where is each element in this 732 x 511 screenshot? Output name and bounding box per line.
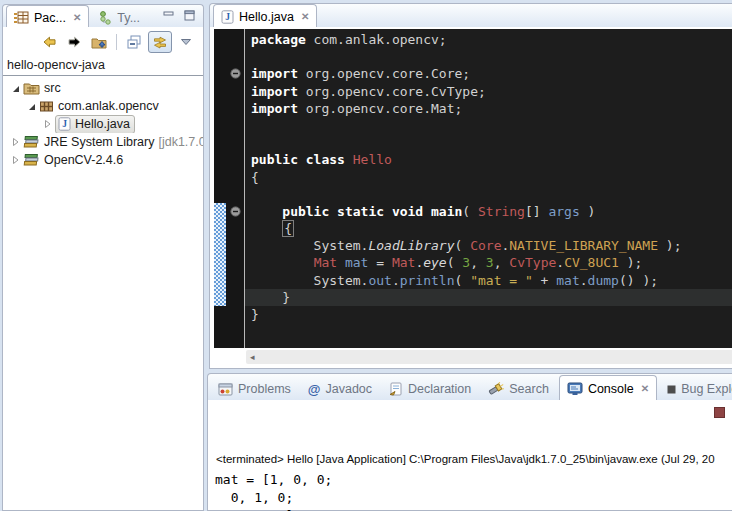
editor-horizontal-scrollbar[interactable]: ◂ [246, 350, 732, 364]
code-line-14: Mat mat = Mat.eye( 3, 3, CvType.CV_8UC1 … [251, 254, 732, 271]
tree-item-decoration: [jdk1.7.0 [158, 135, 203, 149]
back-button[interactable] [38, 32, 60, 52]
console-tab-bug-explorer[interactable]: Bug Explorer [660, 377, 732, 401]
tree-item-src[interactable]: src [3, 79, 203, 97]
code-line-3: import org.opencv.core.Core; [251, 65, 732, 82]
console-tab-console[interactable]: Console✕ [559, 375, 657, 401]
terminate-icon[interactable] [714, 407, 725, 418]
console-tab-label: Javadoc [325, 382, 372, 396]
code-segment: public class [251, 152, 353, 167]
tree-item-label: src [44, 81, 61, 95]
code-segment: , [494, 255, 510, 270]
link-editor-icon [151, 35, 169, 50]
code-segment: 3 [486, 255, 494, 270]
code-line-12: { [251, 220, 732, 237]
editor-left-ruler [214, 29, 244, 348]
code-segment: eye [423, 255, 446, 270]
code-editor[interactable]: package com.anlak.opencv; import org.ope… [214, 29, 732, 348]
collapse-all-button[interactable] [123, 32, 145, 52]
console-output: mat = [1, 0, 0; 0, 1, 0; 0, 0, 1] [215, 471, 732, 511]
code-segment: org.opencv.core.CvType; [298, 84, 486, 99]
code-segment: } [251, 290, 290, 305]
code-segment: ( [455, 238, 471, 253]
code-line-17: } [251, 306, 732, 323]
tree-item-jre-system-library[interactable]: JRE System Library [jdk1.7.0 [3, 133, 203, 151]
code-line-15: System.out.println( "mat = " + mat.dump(… [251, 272, 732, 289]
problems-icon [218, 383, 233, 396]
code-segment: mat [556, 273, 579, 288]
tab-close-icon[interactable]: ✕ [73, 12, 81, 23]
console-output-line: 0, 0, 1] [215, 507, 732, 511]
code-segment: Hello [353, 152, 392, 167]
tree-collapsed-arrow-icon[interactable] [43, 119, 52, 129]
console-tabbar: Problems@JavadocDeclarationSearchConsole… [207, 373, 732, 401]
console-process-title: <terminated> Hello [Java Application] C:… [216, 453, 732, 465]
forward-button[interactable] [63, 32, 85, 52]
code-segment: ) [580, 204, 596, 219]
svg-text:J: J [225, 12, 230, 22]
view-tab-ty[interactable]: Ty... [92, 7, 147, 29]
console-output-line: 0, 1, 0; [215, 489, 732, 507]
library-icon [23, 135, 40, 149]
code-segment: . [392, 273, 400, 288]
console-tab-problems[interactable]: Problems [211, 377, 298, 401]
editor-body: package com.anlak.opencv; import org.ope… [209, 27, 732, 369]
code-line-11: public static void main( String[] args ) [251, 203, 732, 220]
tab-close-icon[interactable]: ✕ [641, 383, 649, 394]
code-segment: package [251, 32, 306, 47]
code-segment: 3 [462, 255, 470, 270]
code-line-16: } [245, 289, 732, 306]
console-output-line: mat = [1, 0, 0; [215, 471, 732, 489]
code-segment: System. [251, 273, 368, 288]
tree-collapsed-arrow-icon[interactable] [11, 155, 20, 165]
tree-item-com-anlak-opencv[interactable]: com.anlak.opencv [3, 97, 203, 115]
console-tab-declaration[interactable]: Declaration [382, 377, 478, 401]
tree-collapsed-arrow-icon[interactable] [11, 137, 20, 147]
package-icon [39, 100, 54, 113]
maximize-icon[interactable] [184, 10, 195, 21]
fold-collapse-icon[interactable] [230, 206, 241, 217]
console-tab-label: Declaration [408, 382, 471, 396]
tree-item-selected: JHello.java [55, 115, 135, 133]
tree-item-opencv-2-4-6[interactable]: OpenCV-2.4.6 [3, 151, 203, 169]
console-tab-label: Search [509, 382, 549, 396]
scroll-left-icon[interactable]: ◂ [246, 352, 255, 362]
tree-item-label: OpenCV-2.4.6 [44, 153, 123, 167]
code-segment: String [478, 204, 525, 219]
code-segment: System. [251, 238, 368, 253]
tree-item-hello-java[interactable]: JHello.java [3, 115, 203, 133]
collapse-all-icon [126, 34, 143, 50]
view-tab-label: Pac... [34, 11, 66, 25]
tree-item-content: OpenCV-2.4.6 [23, 153, 123, 167]
code-segment: { [251, 170, 259, 185]
go-into-button[interactable] [88, 32, 110, 52]
tree-item-label: JRE System Library [44, 135, 154, 149]
minimize-icon[interactable] [163, 11, 174, 21]
code-segment: Mat [314, 255, 337, 270]
view-tab-pac[interactable]: Pac...✕ [6, 5, 89, 29]
source-folder-icon [23, 81, 40, 95]
code-line-10 [251, 186, 732, 203]
code-segment: ); [619, 255, 642, 270]
tree-expanded-arrow-icon[interactable] [27, 102, 36, 111]
javadoc-icon: @ [308, 383, 321, 396]
editor-tab-close-icon[interactable]: ✕ [301, 11, 309, 22]
code-segment: , [470, 255, 486, 270]
code-line-8: public class Hello [251, 151, 732, 168]
view-menu-button[interactable] [175, 32, 197, 52]
editor-tab-hello-java[interactable]: J Hello.java ✕ [213, 4, 317, 28]
console-tab-javadoc[interactable]: @Javadoc [301, 377, 379, 401]
code-segment: ( [455, 273, 471, 288]
code-segment [337, 255, 345, 270]
package-explorer-tabbar: Pac...✕Ty... [2, 4, 204, 29]
code-line-9: { [251, 169, 732, 186]
link-with-editor-button[interactable] [148, 31, 172, 53]
project-root-label[interactable]: hello-opencv-java [3, 55, 203, 76]
tree-expanded-arrow-icon[interactable] [11, 84, 20, 93]
fold-collapse-icon[interactable] [230, 68, 241, 79]
code-segment: args [548, 204, 579, 219]
java-file-icon: J [221, 10, 234, 24]
console-tab-search[interactable]: Search [481, 377, 556, 401]
java-file-icon: J [58, 117, 71, 131]
toolbar-separator [116, 34, 117, 50]
